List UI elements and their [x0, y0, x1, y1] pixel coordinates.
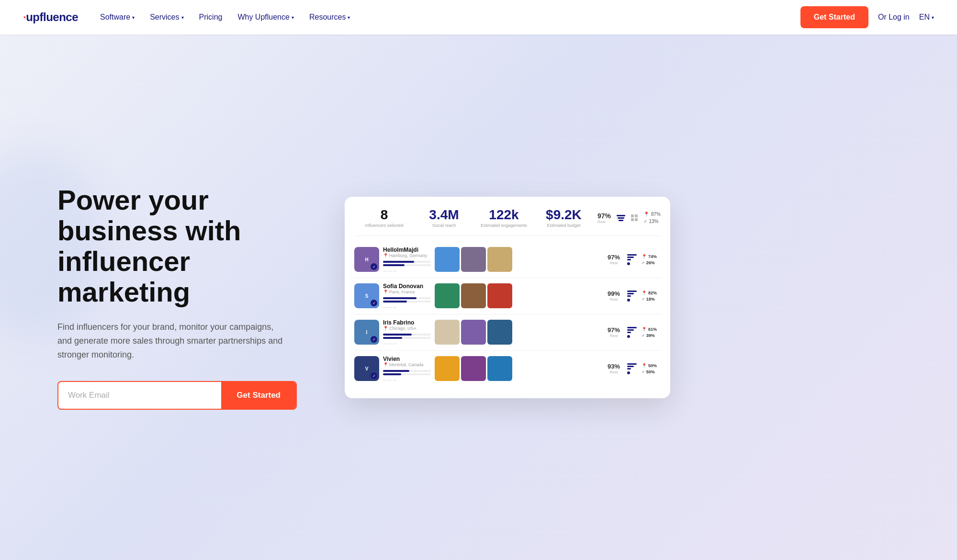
- inf-mini-stat: — — —: [383, 305, 431, 309]
- inf-photo: [435, 320, 460, 345]
- stat-engagements-value: 122k: [474, 208, 534, 222]
- language-selector[interactable]: EN ▾: [919, 13, 934, 22]
- inf-real-score: 97% Real: [605, 254, 622, 265]
- location-icon: 📍: [642, 363, 647, 368]
- inf-bars-icon: [627, 363, 637, 374]
- influencer-row: H ✓ HelloImMajdi 📍 Hamburg, Germany — — …: [354, 242, 661, 278]
- inf-location: 📍 Hamburg, Germany: [383, 253, 431, 258]
- gender-icon: ♂: [642, 260, 645, 265]
- location-gender-stats: 📍 87% ♂ 13%: [643, 212, 661, 224]
- location-icon: 📍: [642, 291, 647, 295]
- gender-icon: ♂: [642, 333, 645, 338]
- inf-info: Iris Fabrino 📍 Chicago, USA — — —: [383, 319, 431, 346]
- inf-photo: [461, 247, 486, 272]
- influencer-row: I ✓ Iris Fabrino 📍 Chicago, USA — — —: [354, 314, 661, 351]
- inf-photo: [461, 356, 486, 381]
- influencer-row: V ✓ Vivien 📍 Montréal, Canada — — —: [354, 351, 661, 387]
- stats-row: 8 Influencers selected 3.4M Social reach…: [354, 208, 661, 236]
- stat-budget-value: $9.2K: [534, 208, 594, 222]
- nav-services[interactable]: Services ▾: [143, 9, 190, 25]
- inf-photos: [435, 283, 598, 308]
- inf-photo: [487, 356, 512, 381]
- inf-avatar: V ✓: [354, 356, 379, 381]
- nav-pricing[interactable]: Pricing: [192, 9, 229, 25]
- inf-name: Sofia Donovan: [383, 283, 431, 290]
- inf-stat-bar: [383, 301, 431, 302]
- inf-name: Iris Fabrino: [383, 319, 431, 326]
- gender-icon: ♂: [642, 297, 645, 302]
- inf-metrics: 99% Real 📍 82% ♂ 18%: [605, 290, 661, 302]
- nav-why[interactable]: Why Upfluence ▾: [231, 9, 301, 25]
- inf-avatar: I ✓: [354, 320, 379, 345]
- location-icon: 📍: [383, 362, 388, 367]
- nav-resources[interactable]: Resources ▾: [303, 9, 357, 25]
- gender-stat: ♂ 13%: [643, 219, 661, 224]
- location-icon: 📍: [643, 212, 649, 217]
- chevron-down-icon: ▾: [132, 15, 135, 20]
- inf-stat-bar: [383, 297, 431, 299]
- stat-real-score: 97% Real: [597, 212, 611, 224]
- grid-icon: [631, 214, 638, 221]
- inf-mini-stat: — — —: [383, 378, 431, 382]
- login-link[interactable]: Or Log in: [878, 13, 910, 22]
- nav-right: Get Started Or Log in EN ▾: [800, 6, 934, 28]
- inf-location-pct: 📍 50%: [642, 363, 661, 368]
- inf-gender-pct: ♂ 26%: [642, 260, 661, 265]
- influencer-row: S ✓ Sofia Donovan 📍 Paris, France — — —: [354, 278, 661, 314]
- inf-real-score: 99% Real: [605, 290, 622, 302]
- stat-engagements-label: Estimated engagements: [474, 223, 534, 228]
- get-started-nav-button[interactable]: Get Started: [800, 6, 868, 28]
- stat-engagements: 122k Estimated engagements: [474, 208, 534, 228]
- inf-info: Sofia Donovan 📍 Paris, France — — —: [383, 283, 431, 309]
- hero-right: 8 Influencers selected 3.4M Social reach…: [345, 197, 919, 398]
- inf-location: 📍 Chicago, USA: [383, 326, 431, 331]
- verified-checkmark: ✓: [371, 300, 377, 306]
- inf-photos: [435, 247, 598, 272]
- inf-photo: [487, 283, 512, 308]
- inf-avatar: H ✓: [354, 247, 379, 272]
- inf-stat-bar: [383, 334, 431, 336]
- bars-icon: [617, 215, 625, 221]
- hero-cta-form: Get Started: [57, 381, 297, 410]
- inf-photo: [487, 247, 512, 272]
- get-started-hero-button[interactable]: Get Started: [221, 382, 296, 409]
- location-icon: 📍: [642, 327, 647, 332]
- inf-name: Vivien: [383, 356, 431, 362]
- inf-avatar: S ✓: [354, 283, 379, 308]
- inf-photo: [435, 283, 460, 308]
- logo[interactable]: ·upfluence: [23, 11, 78, 24]
- stat-reach-label: Social reach: [414, 223, 474, 228]
- inf-bars-icon: [627, 291, 637, 302]
- inf-metrics: 97% Real 📍 74% ♂ 26%: [605, 254, 661, 265]
- inf-photo: [461, 283, 486, 308]
- inf-location: 📍 Paris, France: [383, 290, 431, 294]
- nav-links: Software ▾ Services ▾ Pricing Why Upflue…: [93, 9, 800, 25]
- stat-influencers-label: Influencers selected: [354, 223, 414, 228]
- inf-loc-gen: 📍 50% ♂ 50%: [642, 363, 661, 374]
- verified-checkmark: ✓: [371, 336, 377, 343]
- email-input[interactable]: [58, 382, 221, 409]
- inf-real-score: 93% Real: [605, 363, 622, 374]
- inf-gender-pct: ♂ 39%: [642, 333, 661, 338]
- logo-text: ·upfluence: [23, 11, 78, 24]
- inf-mini-stat: — — —: [383, 341, 431, 346]
- inf-stat-bar: [383, 264, 431, 266]
- chevron-down-icon: ▾: [292, 15, 294, 20]
- navbar: ·upfluence Software ▾ Services ▾ Pricing…: [0, 0, 957, 34]
- inf-photo: [435, 356, 460, 381]
- chevron-down-icon: ▾: [181, 15, 184, 20]
- location-stat: 📍 87%: [643, 212, 661, 217]
- inf-name: HelloImMajdi: [383, 246, 431, 253]
- inf-location-pct: 📍 74%: [642, 254, 661, 259]
- inf-location-pct: 📍 61%: [642, 327, 661, 332]
- hero-left: Power your business with influencer mark…: [57, 185, 316, 410]
- location-icon: 📍: [383, 253, 388, 258]
- nav-software[interactable]: Software ▾: [93, 9, 141, 25]
- inf-bars-icon: [627, 327, 637, 338]
- inf-real-score: 97% Real: [605, 326, 622, 338]
- verified-checkmark: ✓: [371, 263, 377, 270]
- inf-stat-bar: [383, 370, 431, 372]
- stat-influencers: 8 Influencers selected: [354, 208, 414, 228]
- inf-metrics: 93% Real 📍 50% ♂ 50%: [605, 363, 661, 374]
- hero-subtitle: Find influencers for your brand, monitor…: [57, 320, 287, 361]
